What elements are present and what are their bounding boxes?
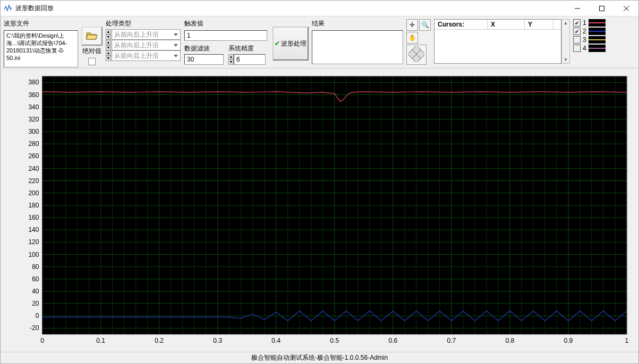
svg-text:0.9: 0.9 <box>564 337 573 344</box>
abs-label: 绝对值 <box>82 47 101 56</box>
legend-color-swatch-2[interactable] <box>589 28 606 35</box>
legend-color-swatch-1[interactable] <box>589 19 606 27</box>
trigger-input[interactable]: 1 <box>184 30 267 41</box>
file-label: 波形文件 <box>4 19 78 28</box>
close-button[interactable] <box>614 1 638 16</box>
legend-color-swatch-4[interactable] <box>589 45 606 52</box>
legend-number: 3 <box>583 36 586 44</box>
legend-color-swatch-3[interactable] <box>589 36 606 44</box>
file-path-box[interactable]: C:\我的资料\Design\上海...\调试测试报告\704-20180131… <box>4 30 78 67</box>
svg-text:260: 260 <box>28 152 39 160</box>
maximize-button[interactable] <box>590 1 614 16</box>
spin-button[interactable]: ▲▼ <box>106 50 111 61</box>
legend-checkbox-4[interactable] <box>573 45 581 52</box>
svg-text:320: 320 <box>28 116 39 123</box>
diamond-nav-icon <box>408 46 424 64</box>
series-legend: ✔1✔234 <box>573 19 606 52</box>
proc-type-select-2[interactable]: 从前向后上升沿 <box>112 40 181 50</box>
zoom-in-button[interactable]: 🔍 <box>419 19 431 31</box>
proc-type-section: 处理类型 ▲▼从前向后上升沿 ▲▼从前向后上升沿 ▲▼从前向后上升沿 <box>106 19 181 61</box>
svg-text:0.3: 0.3 <box>213 337 222 344</box>
svg-text:280: 280 <box>28 140 39 148</box>
svg-text:0.2: 0.2 <box>155 337 164 344</box>
result-box[interactable] <box>312 30 403 64</box>
result-label: 结果 <box>312 19 403 28</box>
abs-checkbox[interactable] <box>88 58 96 65</box>
process-button-label: 波形处理 <box>281 39 306 48</box>
legend-checkbox-2[interactable]: ✔ <box>573 28 581 35</box>
svg-text:0.1: 0.1 <box>96 337 105 344</box>
precision-label: 系统精度 <box>228 44 269 53</box>
legend-number: 2 <box>583 28 586 35</box>
precision-spin[interactable]: ▲▼ <box>228 54 234 65</box>
svg-text:1: 1 <box>625 337 629 344</box>
open-abs-group: 绝对值 <box>81 27 103 65</box>
svg-text:20: 20 <box>32 300 39 307</box>
svg-text:0: 0 <box>40 337 44 344</box>
waveform-chart[interactable]: -200204060801001201401601802002202402602… <box>3 71 632 350</box>
proc-type-label: 处理类型 <box>106 19 181 28</box>
spin-button[interactable]: ▲▼ <box>106 40 111 50</box>
svg-text:0.4: 0.4 <box>271 337 280 344</box>
svg-text:40: 40 <box>32 288 39 295</box>
svg-text:380: 380 <box>28 79 39 86</box>
svg-text:0.6: 0.6 <box>388 337 397 344</box>
toolbar: 波形文件 C:\我的资料\Design\上海...\调试测试报告\704-201… <box>1 16 638 68</box>
trigger-label: 触发值 <box>184 19 269 28</box>
svg-text:60: 60 <box>32 275 39 283</box>
proc-type-select-1[interactable]: 从前向后上升沿 <box>112 29 181 40</box>
legend-row-3: 3 <box>573 36 606 44</box>
graph-tools: ✛ 🔍 ✋ <box>406 19 431 65</box>
crosshair-icon: ✛ <box>410 21 415 29</box>
minimize-button[interactable] <box>565 1 590 16</box>
svg-text:200: 200 <box>28 189 39 197</box>
svg-text:180: 180 <box>28 202 39 209</box>
legend-checkbox-3[interactable] <box>573 36 581 44</box>
precision-input[interactable]: 6 <box>234 54 266 65</box>
legend-row-2: ✔2 <box>573 28 606 35</box>
svg-text:0: 0 <box>36 312 39 319</box>
legend-number: 1 <box>583 19 586 27</box>
legend-checkbox-1[interactable]: ✔ <box>573 19 581 27</box>
title-bar: 波形数据回放 <box>1 1 638 16</box>
legend-row-1: ✔1 <box>573 19 606 27</box>
svg-text:0.8: 0.8 <box>505 337 514 344</box>
magnifier-icon: 🔍 <box>421 21 429 29</box>
svg-text:140: 140 <box>28 226 39 233</box>
legend-number: 4 <box>583 45 586 52</box>
hand-icon: ✋ <box>408 34 416 41</box>
svg-text:240: 240 <box>28 165 39 172</box>
svg-rect-1 <box>600 6 604 11</box>
result-section: 结果 <box>312 19 403 64</box>
cursor-col-cursors: Cursors: <box>434 20 488 29</box>
svg-text:0.5: 0.5 <box>330 337 339 344</box>
svg-text:80: 80 <box>32 263 39 271</box>
svg-text:220: 220 <box>28 177 39 185</box>
svg-text:360: 360 <box>28 91 39 99</box>
filter-label: 数据滤波 <box>184 44 225 53</box>
svg-text:120: 120 <box>28 238 39 246</box>
zoom-crosshair-button[interactable]: ✛ <box>406 19 418 31</box>
cursor-col-x: X <box>488 20 525 29</box>
cursor-table[interactable]: Cursors: X Y <box>434 19 561 64</box>
checkmark-icon: ✔ <box>275 40 280 47</box>
cursor-scrollbar[interactable]: ▲▼ <box>561 19 570 64</box>
trigger-filter-section: 触发值 1 数据滤波 30 系统精度 ▲▼ 6 <box>184 19 269 65</box>
navigate-button[interactable] <box>406 45 427 65</box>
window-title: 波形数据回放 <box>15 4 54 13</box>
svg-text:100: 100 <box>28 251 39 258</box>
process-button[interactable]: ✔ 波形处理 <box>272 27 309 60</box>
svg-text:0.7: 0.7 <box>447 337 456 344</box>
chart-area[interactable]: -200204060801001201401601802002202402602… <box>1 68 638 352</box>
status-bar: 极合智能自动测试系统-极合智能-1.0.0.56-Admin <box>1 352 638 363</box>
svg-text:300: 300 <box>28 128 39 135</box>
legend-row-4: 4 <box>573 45 606 52</box>
folder-open-icon <box>86 30 98 42</box>
filter-input[interactable]: 30 <box>184 54 224 65</box>
spin-button[interactable]: ▲▼ <box>106 29 111 40</box>
open-file-button[interactable] <box>81 27 103 46</box>
pan-button[interactable]: ✋ <box>406 32 418 44</box>
svg-text:-20: -20 <box>30 324 39 332</box>
proc-type-select-3[interactable]: 从前向后上升沿 <box>112 50 181 61</box>
svg-text:340: 340 <box>28 103 39 111</box>
